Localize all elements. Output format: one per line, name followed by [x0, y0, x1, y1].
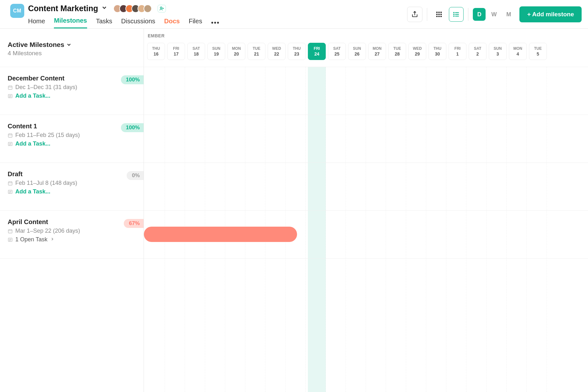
day-number: 16	[153, 51, 159, 57]
milestone-row[interactable]: April Content Mar 1–Sep 22 (206 days) 1 …	[0, 211, 144, 259]
chevron-down-icon[interactable]	[101, 4, 108, 12]
day-of-week: WED	[413, 46, 422, 51]
day-number: 19	[214, 51, 219, 57]
day-cell[interactable]: THU30	[428, 43, 446, 60]
day-cell[interactable]: WED22	[268, 43, 286, 60]
avatar-stack[interactable]	[113, 4, 152, 13]
svg-rect-11	[439, 16, 440, 17]
list-view-button[interactable]	[449, 7, 464, 22]
progress-badge: 100%	[121, 123, 144, 132]
day-cell[interactable]: FRI17	[167, 43, 185, 60]
day-cell[interactable]: SAT25	[328, 43, 346, 60]
grid-view-button[interactable]	[432, 7, 446, 22]
nav-tabs: Home Milestones Tasks Discussions Docs F…	[28, 17, 220, 28]
day-cell[interactable]: TUE21	[248, 43, 265, 60]
timeline-head: EMBER THU16FRI17SAT18SUN19MON20TUE21WED2…	[144, 29, 588, 67]
add-task-link[interactable]: Add a Task...	[8, 93, 136, 99]
calendar-icon	[8, 85, 13, 90]
zoom-day[interactable]: D	[473, 8, 486, 21]
svg-rect-35	[8, 182, 12, 185]
day-number: 29	[415, 51, 420, 57]
share-button[interactable]	[407, 7, 422, 22]
chevron-down-icon	[66, 42, 72, 48]
day-of-week: SAT	[474, 46, 481, 51]
day-number: 30	[435, 51, 440, 57]
day-number: 23	[294, 51, 299, 57]
day-cell[interactable]: TUE5	[529, 43, 547, 60]
tab-files[interactable]: Files	[189, 18, 202, 28]
month-label: EMBER	[148, 33, 588, 38]
milestone-name: Draft	[8, 170, 136, 178]
day-of-week: TUE	[253, 46, 260, 51]
divider	[427, 8, 427, 21]
svg-point-17	[454, 14, 454, 15]
day-cell[interactable]: MON20	[227, 43, 245, 60]
project-main: Content Marketing Home Milestones Tasks …	[28, 4, 220, 28]
task-icon	[8, 237, 13, 242]
calendar-icon	[8, 229, 13, 234]
open-tasks-link[interactable]: 1 Open Task	[8, 236, 136, 243]
day-number: 25	[334, 51, 339, 57]
day-cell[interactable]: SUN3	[489, 43, 507, 60]
milestone-row[interactable]: December Content Dec 1–Dec 31 (31 days) …	[0, 67, 144, 115]
day-of-week: TUE	[393, 46, 401, 51]
day-cell[interactable]: THU16	[147, 43, 165, 60]
day-cell[interactable]: SAT2	[469, 43, 487, 60]
open-tasks-text: 1 Open Task	[15, 236, 48, 243]
day-number: 26	[354, 51, 360, 57]
milestone-date: Dec 1–Dec 31 (31 days)	[8, 84, 136, 91]
add-task-link[interactable]: Add a Task...	[8, 188, 136, 195]
svg-rect-27	[8, 134, 12, 137]
day-cell[interactable]: MON27	[368, 43, 386, 60]
add-milestone-button[interactable]: + Add milestone	[519, 6, 582, 22]
row-divider	[144, 163, 588, 211]
day-cell[interactable]: THU23	[288, 43, 306, 60]
milestone-bar[interactable]	[144, 227, 297, 242]
project-title-row: Content Marketing	[28, 4, 220, 13]
day-cell[interactable]: SUN26	[348, 43, 366, 60]
content: Active Milestones 4 Milestones December …	[0, 29, 588, 392]
tab-docs[interactable]: Docs	[164, 18, 180, 28]
add-task-link[interactable]: Add a Task...	[8, 140, 136, 147]
svg-rect-10	[436, 16, 438, 17]
svg-rect-5	[439, 12, 440, 13]
day-cell[interactable]: SAT18	[187, 43, 205, 60]
project-icon[interactable]: CM	[10, 4, 24, 18]
day-cell[interactable]: TUE28	[388, 43, 406, 60]
header-right: D W M + Add milestone	[407, 4, 582, 22]
day-cell[interactable]: WED29	[408, 43, 426, 60]
svg-point-18	[454, 16, 454, 17]
avatar[interactable]	[144, 4, 152, 13]
day-cell[interactable]: MON4	[509, 43, 527, 60]
day-cell[interactable]: FRI1	[449, 43, 466, 60]
milestone-row[interactable]: Content 1 Feb 11–Feb 25 (15 days) Add a …	[0, 115, 144, 163]
more-icon[interactable]: •••	[211, 19, 220, 26]
zoom-month[interactable]: M	[502, 8, 515, 21]
milestone-row[interactable]: Draft Feb 11–Jul 8 (148 days) Add a Task…	[0, 163, 144, 211]
chevron-right-icon	[50, 236, 55, 243]
milestone-name: April Content	[8, 218, 136, 226]
timeline-body[interactable]	[144, 67, 588, 392]
add-member-icon[interactable]	[158, 5, 166, 12]
day-cell[interactable]: FRI24	[308, 43, 326, 60]
day-number: 27	[375, 51, 380, 57]
tab-home[interactable]: Home	[28, 18, 45, 28]
day-of-week: MON	[373, 46, 382, 51]
day-of-week: THU	[152, 46, 160, 51]
day-number: 22	[274, 51, 279, 57]
sidebar-filter[interactable]: Active Milestones	[8, 41, 136, 49]
milestone-name: Content 1	[8, 123, 136, 130]
tab-milestones[interactable]: Milestones	[54, 17, 87, 28]
day-cells: THU16FRI17SAT18SUN19MON20TUE21WED22THU23…	[144, 43, 588, 60]
day-number: 18	[194, 51, 199, 57]
day-of-week: SAT	[192, 46, 200, 51]
add-task-text: Add a Task...	[15, 93, 50, 99]
svg-rect-43	[8, 230, 12, 233]
day-of-week: FRI	[314, 46, 320, 51]
calendar-icon	[8, 181, 13, 186]
zoom-week[interactable]: W	[488, 8, 500, 21]
calendar-icon	[8, 133, 13, 138]
tab-discussions[interactable]: Discussions	[121, 18, 155, 28]
day-cell[interactable]: SUN19	[207, 43, 225, 60]
tab-tasks[interactable]: Tasks	[96, 18, 112, 28]
